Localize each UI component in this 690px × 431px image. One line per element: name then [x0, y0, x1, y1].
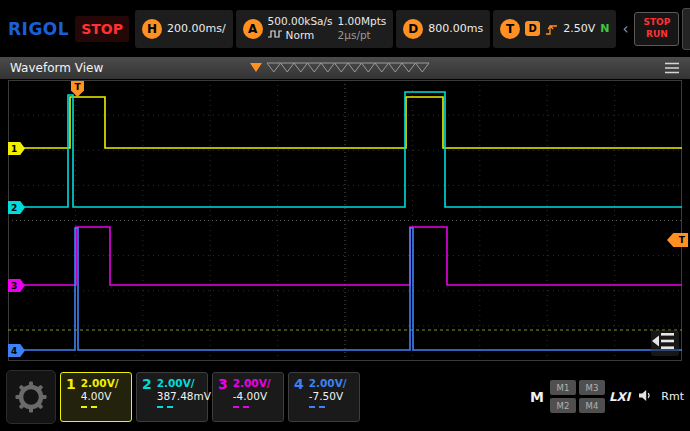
channel1-coupling-icon — [81, 406, 97, 408]
memory-position-cursor[interactable] — [250, 63, 262, 72]
run-state-badge: STOP — [75, 16, 129, 42]
brand-logo: RIGOL — [8, 19, 69, 39]
memory-segment-icon — [416, 63, 430, 72]
math-buttons: M1 M3 M2 M4 — [550, 380, 605, 413]
channel4-scale: 2.00V/ — [309, 377, 347, 390]
channel2-offset: 387.48mV — [157, 390, 211, 403]
math4-button[interactable]: M4 — [579, 398, 605, 413]
timebase-value: 200.00ms/ — [167, 22, 226, 35]
time-per-point-value: 2μs/pt — [338, 29, 387, 43]
horizontal-settings-button[interactable]: H 200.00ms/ — [135, 10, 233, 48]
view-title: Waveform View — [10, 61, 103, 75]
channel1-scale: 2.00V/ — [81, 377, 119, 390]
delay-settings-button[interactable]: D 800.00ms — [396, 10, 490, 48]
math-section: M M1 M3 M2 M4 — [530, 372, 605, 422]
memory-segment-icon — [294, 63, 308, 72]
ch3-trace — [8, 227, 682, 285]
math3-button[interactable]: M3 — [579, 380, 605, 395]
math1-button[interactable]: M1 — [550, 380, 576, 395]
channel2-scale: 2.00V/ — [157, 377, 211, 390]
square-wave-icon — [268, 29, 282, 43]
acquire-right-column: 1.00Mpts 2μs/pt — [338, 15, 387, 42]
measure-button[interactable]: Measure — [682, 8, 690, 50]
math-label: M — [530, 389, 544, 405]
memory-segment-icon — [362, 63, 376, 72]
memory-depth-value: 1.00Mpts — [338, 15, 387, 29]
channel3-values: 2.00V/ -4.00V — [233, 377, 271, 408]
math2-button[interactable]: M2 — [550, 398, 576, 413]
ch1-trace — [8, 97, 682, 148]
channel1-values: 2.00V/ 4.00V — [81, 377, 119, 408]
channel2-values: 2.00V/ 387.48mV — [157, 377, 211, 408]
waveform-view-bar: Waveform View — [0, 57, 690, 79]
channel3-offset: -4.00V — [233, 390, 271, 403]
memory-segment-icon — [281, 63, 295, 72]
memory-segment-icon — [308, 63, 322, 72]
waveform-display[interactable]: 1234TT — [8, 80, 682, 361]
channel1-box[interactable]: 1 2.00V/ 4.00V — [60, 372, 132, 422]
lxi-badge: LXI — [609, 390, 630, 404]
top-bar: RIGOL STOP H 200.00ms/ A 500.00kSa/s Nor… — [0, 0, 690, 57]
stop-run-line2: RUN — [646, 29, 668, 40]
acquire-left-column: 500.00kSa/s Norm — [268, 15, 333, 42]
channel4-box[interactable]: 4 2.00V/ -7.50V — [288, 372, 360, 422]
memory-segment-icon — [348, 63, 362, 72]
channel2-coupling-icon — [157, 406, 173, 408]
memory-segment-icon — [335, 63, 349, 72]
collapse-chevron-icon[interactable]: ‹ — [619, 20, 631, 38]
noise-reject-flag: N — [600, 22, 609, 35]
h-icon: H — [142, 19, 162, 39]
settings-gear-button[interactable] — [6, 370, 56, 424]
trigger-settings-button[interactable]: T D 2.50V N — [493, 10, 616, 48]
ch4-trace — [8, 228, 682, 350]
acquire-mode-label: Norm — [286, 29, 315, 43]
channel3-coupling-icon — [233, 406, 249, 408]
trigger-source-badge: D — [525, 21, 540, 36]
channel1-number: 1 — [66, 377, 76, 392]
waveform-traces — [8, 80, 682, 361]
memory-segment-icon — [389, 63, 403, 72]
acquire-mode: Norm — [268, 29, 333, 43]
memory-segment-icon — [267, 63, 281, 72]
delay-value: 800.00ms — [428, 22, 483, 35]
speaker-icon — [638, 387, 653, 406]
t-icon: T — [500, 19, 520, 39]
channel3-scale: 2.00V/ — [233, 377, 271, 390]
menu-icon[interactable] — [664, 62, 680, 74]
trigger-level-value: 2.50V — [563, 22, 595, 35]
sample-rate-value: 500.00kSa/s — [268, 15, 333, 29]
channel2-number: 2 — [142, 377, 152, 392]
oscilloscope-screen: RIGOL STOP H 200.00ms/ A 500.00kSa/s Nor… — [0, 0, 690, 431]
stop-run-line1: STOP — [644, 17, 671, 28]
rising-edge-icon — [545, 22, 558, 36]
d-icon: D — [403, 19, 423, 39]
acquire-settings-button[interactable]: A 500.00kSa/s Norm 1.00Mpts 2μs/pt — [236, 10, 394, 48]
ch2-trace — [8, 92, 682, 207]
memory-segment-icon — [375, 63, 389, 72]
channel2-box[interactable]: 2 2.00V/ 387.48mV — [136, 372, 208, 422]
bottom-bar: 1 2.00V/ 4.00V 2 2.00V/ 387.48mV 3 2.00V… — [0, 362, 690, 431]
stop-run-button[interactable]: STOP RUN — [634, 12, 679, 46]
channel4-offset: -7.50V — [309, 390, 347, 403]
memory-segment-icon — [321, 63, 335, 72]
status-cluster: LXI Rmt — [609, 387, 688, 406]
channel1-offset: 4.00V — [81, 390, 119, 403]
channel4-number: 4 — [294, 377, 304, 392]
memory-position-indicator[interactable] — [250, 62, 440, 74]
menu-collapse-icon — [651, 330, 675, 352]
memory-segment-icon — [402, 63, 416, 72]
channel3-number: 3 — [218, 377, 228, 392]
a-icon: A — [243, 19, 263, 39]
menu-expand-button[interactable] — [651, 330, 679, 356]
channel4-coupling-icon — [309, 406, 325, 408]
channel3-box[interactable]: 3 2.00V/ -4.00V — [212, 372, 284, 422]
channel4-values: 2.00V/ -7.50V — [309, 377, 347, 408]
gear-icon — [13, 379, 49, 415]
remote-status: Rmt — [661, 390, 684, 403]
